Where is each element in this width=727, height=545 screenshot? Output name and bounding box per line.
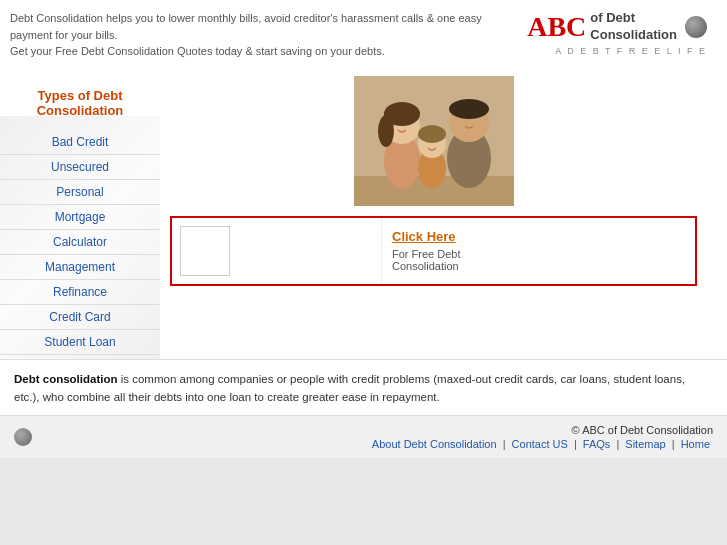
nav-item-student-loan[interactable]: Student Loan xyxy=(0,330,160,355)
footer-links: About Debt Consolidation | Contact US | … xyxy=(14,438,713,450)
page-wrapper: Debt Consolidation helps you to lower mo… xyxy=(0,0,727,458)
svg-point-5 xyxy=(378,115,394,147)
body-text-bold: Debt consolidation xyxy=(14,373,118,385)
promo-sub-text: For Free Debt Consolidation xyxy=(392,248,685,272)
nav-link-calculator[interactable]: Calculator xyxy=(53,235,107,249)
logo-slogan: A D E B T F R E E L I F E xyxy=(555,46,707,56)
click-here-link[interactable]: Click Here xyxy=(392,229,685,244)
promo-sub-line1: For Free Debt xyxy=(392,248,685,260)
footer-link-home[interactable]: Home xyxy=(681,438,710,450)
footer-link-about[interactable]: About Debt Consolidation xyxy=(372,438,497,450)
body-text-section: Debt consolidation is common among compa… xyxy=(0,359,727,415)
header-line1: Debt Consolidation helps you to lower mo… xyxy=(10,10,517,43)
nav-item-bad-credit[interactable]: Bad Credit xyxy=(0,130,160,155)
footer-separator-4: | xyxy=(672,438,678,450)
footer-copyright: © ABC of Debt Consolidation xyxy=(14,424,713,436)
nav-item-credit-card[interactable]: Credit Card xyxy=(0,305,160,330)
footer-separator-2: | xyxy=(574,438,580,450)
nav-link-refinance[interactable]: Refinance xyxy=(53,285,107,299)
promo-right: Click Here For Free Debt Consolidation xyxy=(382,218,695,284)
footer: © ABC of Debt Consolidation About Debt C… xyxy=(0,415,727,458)
logo-line2: Consolidation xyxy=(590,27,677,44)
footer-separator-1: | xyxy=(503,438,509,450)
svg-point-8 xyxy=(449,99,489,119)
footer-link-contact[interactable]: Contact US xyxy=(512,438,568,450)
promo-white-box xyxy=(180,226,230,276)
footer-link-faqs[interactable]: FAQs xyxy=(583,438,611,450)
main-content: Types of Debt Consolidation Bad Credit U… xyxy=(0,66,727,359)
logo-area: ABC of Debt Consolidation A D E B T F R … xyxy=(517,6,717,60)
header-text: Debt Consolidation helps you to lower mo… xyxy=(10,6,517,60)
header: Debt Consolidation helps you to lower mo… xyxy=(0,0,727,66)
nav-item-refinance[interactable]: Refinance xyxy=(0,280,160,305)
footer-globe-icon xyxy=(14,428,32,446)
nav-link-unsecured[interactable]: Unsecured xyxy=(51,160,109,174)
header-line2: Get your Free Debt Consolidation Quotes … xyxy=(10,43,517,60)
nav-link-personal[interactable]: Personal xyxy=(56,185,103,199)
nav-item-unsecured[interactable]: Unsecured xyxy=(0,155,160,180)
footer-separator-3: | xyxy=(616,438,622,450)
nav-link-mortgage[interactable]: Mortgage xyxy=(55,210,106,224)
promo-left xyxy=(172,218,382,284)
promo-box: Click Here For Free Debt Consolidation xyxy=(170,216,697,286)
nav-link-student-loan[interactable]: Student Loan xyxy=(44,335,115,349)
nav-item-mortgage[interactable]: Mortgage xyxy=(0,205,160,230)
family-image xyxy=(354,76,514,206)
logo-brand: ABC of Debt Consolidation xyxy=(527,10,707,44)
globe-icon xyxy=(685,16,707,38)
types-title: Types of Debt Consolidation xyxy=(0,80,160,130)
nav-link-bad-credit[interactable]: Bad Credit xyxy=(52,135,109,149)
logo-line1: of Debt xyxy=(590,10,677,27)
footer-link-sitemap[interactable]: Sitemap xyxy=(625,438,665,450)
nav-link-credit-card[interactable]: Credit Card xyxy=(49,310,110,324)
svg-point-11 xyxy=(418,125,446,143)
nav-link-management[interactable]: Management xyxy=(45,260,115,274)
logo-tagline: of Debt Consolidation xyxy=(590,10,677,44)
footer-left xyxy=(14,424,36,446)
logo-abc-text: ABC xyxy=(527,11,586,43)
center-content: Click Here For Free Debt Consolidation xyxy=(160,76,707,359)
nav-item-management[interactable]: Management xyxy=(0,255,160,280)
left-nav: Types of Debt Consolidation Bad Credit U… xyxy=(0,76,160,359)
promo-sub-line2: Consolidation xyxy=(392,260,685,272)
nav-item-calculator[interactable]: Calculator xyxy=(0,230,160,255)
family-illustration xyxy=(354,76,514,206)
right-spacer xyxy=(707,76,727,359)
nav-item-personal[interactable]: Personal xyxy=(0,180,160,205)
